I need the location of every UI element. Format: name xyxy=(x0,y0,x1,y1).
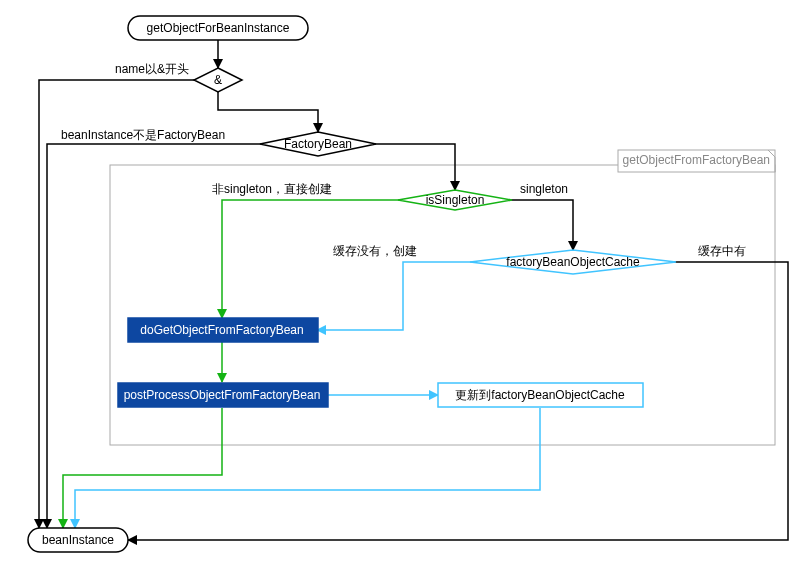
node-doGet-label: doGetObjectFromFactoryBean xyxy=(140,323,303,337)
node-factoryBean: FactoryBean xyxy=(260,132,376,156)
edge-label-cacheHit: 缓存中有 xyxy=(698,244,746,258)
node-updateCache: 更新到factoryBeanObjectCache xyxy=(438,383,643,407)
edge-label-notSingleton: 非singleton，直接创建 xyxy=(212,182,332,196)
edge-label-singleton: singleton xyxy=(520,182,568,196)
edge-update-beanInstance xyxy=(75,408,540,528)
node-beanInstance: beanInstance xyxy=(28,528,128,552)
flowchart-canvas: getObjectFromFactoryBean name以&开头 beanIn… xyxy=(0,0,800,588)
edge-amp-factoryBean xyxy=(218,92,318,132)
edge-label-notFactoryBean: beanInstance不是FactoryBean xyxy=(61,128,225,142)
edge-isSingleton-cache xyxy=(505,200,573,250)
node-isSingleton-label: isSingleton xyxy=(426,193,485,207)
node-isSingleton: isSingleton xyxy=(398,190,512,210)
edge-postProcess-beanInstance xyxy=(63,408,222,528)
node-fb-label: FactoryBean xyxy=(284,137,352,151)
edge-amp-beanInstance xyxy=(39,80,195,528)
node-postProcess: postProcessObjectFromFactoryBean xyxy=(118,383,328,407)
node-start: getObjectForBeanInstance xyxy=(128,16,308,40)
edge-cache-doGet xyxy=(317,262,478,330)
node-amp-label: & xyxy=(214,73,222,87)
node-doGet: doGetObjectFromFactoryBean xyxy=(128,318,318,342)
edge-fb-isSingleton xyxy=(373,144,455,190)
edge-isSingleton-doGet xyxy=(222,200,405,318)
node-start-label: getObjectForBeanInstance xyxy=(147,21,290,35)
node-factoryBeanCache: factoryBeanObjectCache xyxy=(470,250,676,274)
edge-label-nameAmp: name以&开头 xyxy=(115,62,189,76)
group-label: getObjectFromFactoryBean xyxy=(623,153,770,167)
node-amp: & xyxy=(194,68,242,92)
edge-label-cacheMiss: 缓存没有，创建 xyxy=(333,244,417,258)
node-cache-label: factoryBeanObjectCache xyxy=(506,255,640,269)
node-updateCache-label: 更新到factoryBeanObjectCache xyxy=(455,388,625,402)
node-postProcess-label: postProcessObjectFromFactoryBean xyxy=(124,388,321,402)
node-beanInstance-label: beanInstance xyxy=(42,533,114,547)
